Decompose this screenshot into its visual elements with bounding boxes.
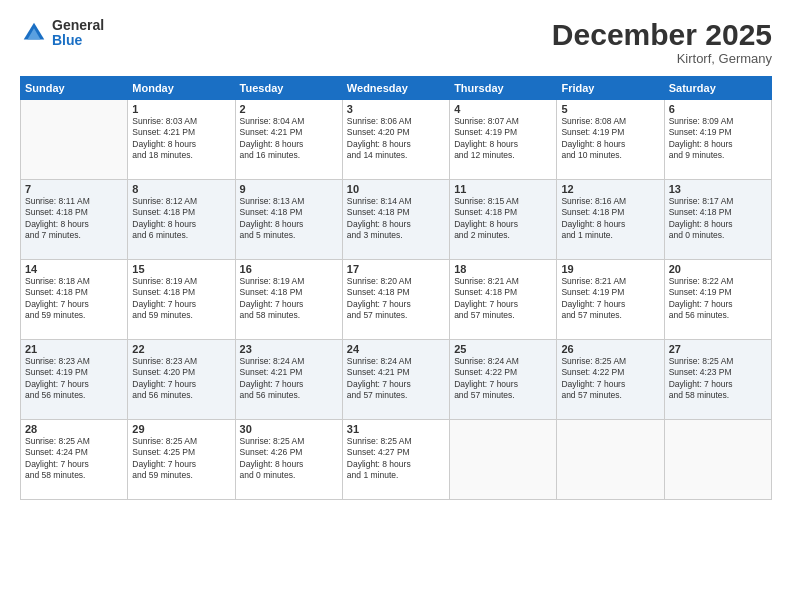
day-info: Sunrise: 8:25 AM Sunset: 4:27 PM Dayligh…	[347, 436, 445, 482]
day-info: Sunrise: 8:24 AM Sunset: 4:21 PM Dayligh…	[347, 356, 445, 402]
day-info: Sunrise: 8:03 AM Sunset: 4:21 PM Dayligh…	[132, 116, 230, 162]
day-number: 16	[240, 263, 338, 275]
table-row: 28Sunrise: 8:25 AM Sunset: 4:24 PM Dayli…	[21, 420, 128, 500]
table-row: 24Sunrise: 8:24 AM Sunset: 4:21 PM Dayli…	[342, 340, 449, 420]
table-row	[21, 100, 128, 180]
table-row: 12Sunrise: 8:16 AM Sunset: 4:18 PM Dayli…	[557, 180, 664, 260]
table-row: 21Sunrise: 8:23 AM Sunset: 4:19 PM Dayli…	[21, 340, 128, 420]
table-row: 3Sunrise: 8:06 AM Sunset: 4:20 PM Daylig…	[342, 100, 449, 180]
day-number: 15	[132, 263, 230, 275]
day-info: Sunrise: 8:12 AM Sunset: 4:18 PM Dayligh…	[132, 196, 230, 242]
table-row: 25Sunrise: 8:24 AM Sunset: 4:22 PM Dayli…	[450, 340, 557, 420]
table-row: 20Sunrise: 8:22 AM Sunset: 4:19 PM Dayli…	[664, 260, 771, 340]
day-number: 26	[561, 343, 659, 355]
day-number: 8	[132, 183, 230, 195]
header-wednesday: Wednesday	[342, 77, 449, 100]
calendar-header-row: Sunday Monday Tuesday Wednesday Thursday…	[21, 77, 772, 100]
day-info: Sunrise: 8:23 AM Sunset: 4:19 PM Dayligh…	[25, 356, 123, 402]
day-number: 29	[132, 423, 230, 435]
day-number: 25	[454, 343, 552, 355]
day-info: Sunrise: 8:24 AM Sunset: 4:21 PM Dayligh…	[240, 356, 338, 402]
day-info: Sunrise: 8:13 AM Sunset: 4:18 PM Dayligh…	[240, 196, 338, 242]
table-row: 27Sunrise: 8:25 AM Sunset: 4:23 PM Dayli…	[664, 340, 771, 420]
table-row: 2Sunrise: 8:04 AM Sunset: 4:21 PM Daylig…	[235, 100, 342, 180]
day-info: Sunrise: 8:07 AM Sunset: 4:19 PM Dayligh…	[454, 116, 552, 162]
day-number: 23	[240, 343, 338, 355]
day-number: 2	[240, 103, 338, 115]
day-number: 14	[25, 263, 123, 275]
table-row: 17Sunrise: 8:20 AM Sunset: 4:18 PM Dayli…	[342, 260, 449, 340]
day-info: Sunrise: 8:19 AM Sunset: 4:18 PM Dayligh…	[240, 276, 338, 322]
day-info: Sunrise: 8:18 AM Sunset: 4:18 PM Dayligh…	[25, 276, 123, 322]
table-row: 31Sunrise: 8:25 AM Sunset: 4:27 PM Dayli…	[342, 420, 449, 500]
header: General Blue December 2025 Kirtorf, Germ…	[20, 18, 772, 66]
day-info: Sunrise: 8:14 AM Sunset: 4:18 PM Dayligh…	[347, 196, 445, 242]
day-number: 7	[25, 183, 123, 195]
header-sunday: Sunday	[21, 77, 128, 100]
table-row: 18Sunrise: 8:21 AM Sunset: 4:18 PM Dayli…	[450, 260, 557, 340]
day-info: Sunrise: 8:25 AM Sunset: 4:23 PM Dayligh…	[669, 356, 767, 402]
day-number: 12	[561, 183, 659, 195]
table-row: 22Sunrise: 8:23 AM Sunset: 4:20 PM Dayli…	[128, 340, 235, 420]
table-row: 15Sunrise: 8:19 AM Sunset: 4:18 PM Dayli…	[128, 260, 235, 340]
day-info: Sunrise: 8:21 AM Sunset: 4:18 PM Dayligh…	[454, 276, 552, 322]
day-info: Sunrise: 8:11 AM Sunset: 4:18 PM Dayligh…	[25, 196, 123, 242]
day-info: Sunrise: 8:21 AM Sunset: 4:19 PM Dayligh…	[561, 276, 659, 322]
day-info: Sunrise: 8:25 AM Sunset: 4:25 PM Dayligh…	[132, 436, 230, 482]
table-row: 10Sunrise: 8:14 AM Sunset: 4:18 PM Dayli…	[342, 180, 449, 260]
calendar-week-row: 14Sunrise: 8:18 AM Sunset: 4:18 PM Dayli…	[21, 260, 772, 340]
day-info: Sunrise: 8:19 AM Sunset: 4:18 PM Dayligh…	[132, 276, 230, 322]
day-number: 13	[669, 183, 767, 195]
day-info: Sunrise: 8:22 AM Sunset: 4:19 PM Dayligh…	[669, 276, 767, 322]
logo: General Blue	[20, 18, 104, 49]
table-row: 8Sunrise: 8:12 AM Sunset: 4:18 PM Daylig…	[128, 180, 235, 260]
day-number: 17	[347, 263, 445, 275]
table-row: 13Sunrise: 8:17 AM Sunset: 4:18 PM Dayli…	[664, 180, 771, 260]
calendar-week-row: 1Sunrise: 8:03 AM Sunset: 4:21 PM Daylig…	[21, 100, 772, 180]
day-info: Sunrise: 8:08 AM Sunset: 4:19 PM Dayligh…	[561, 116, 659, 162]
title-block: December 2025 Kirtorf, Germany	[552, 18, 772, 66]
day-number: 30	[240, 423, 338, 435]
header-friday: Friday	[557, 77, 664, 100]
header-thursday: Thursday	[450, 77, 557, 100]
calendar-week-row: 7Sunrise: 8:11 AM Sunset: 4:18 PM Daylig…	[21, 180, 772, 260]
day-number: 3	[347, 103, 445, 115]
day-number: 28	[25, 423, 123, 435]
table-row: 1Sunrise: 8:03 AM Sunset: 4:21 PM Daylig…	[128, 100, 235, 180]
day-number: 22	[132, 343, 230, 355]
day-info: Sunrise: 8:20 AM Sunset: 4:18 PM Dayligh…	[347, 276, 445, 322]
logo-icon	[20, 19, 48, 47]
table-row: 7Sunrise: 8:11 AM Sunset: 4:18 PM Daylig…	[21, 180, 128, 260]
logo-text: General Blue	[52, 18, 104, 49]
day-number: 1	[132, 103, 230, 115]
day-number: 27	[669, 343, 767, 355]
table-row	[450, 420, 557, 500]
table-row	[664, 420, 771, 500]
day-number: 4	[454, 103, 552, 115]
day-info: Sunrise: 8:25 AM Sunset: 4:24 PM Dayligh…	[25, 436, 123, 482]
day-number: 24	[347, 343, 445, 355]
table-row: 29Sunrise: 8:25 AM Sunset: 4:25 PM Dayli…	[128, 420, 235, 500]
logo-general-text: General	[52, 18, 104, 33]
day-info: Sunrise: 8:04 AM Sunset: 4:21 PM Dayligh…	[240, 116, 338, 162]
calendar-table: Sunday Monday Tuesday Wednesday Thursday…	[20, 76, 772, 500]
page: General Blue December 2025 Kirtorf, Germ…	[0, 0, 792, 612]
header-monday: Monday	[128, 77, 235, 100]
day-info: Sunrise: 8:23 AM Sunset: 4:20 PM Dayligh…	[132, 356, 230, 402]
calendar-week-row: 28Sunrise: 8:25 AM Sunset: 4:24 PM Dayli…	[21, 420, 772, 500]
table-row: 23Sunrise: 8:24 AM Sunset: 4:21 PM Dayli…	[235, 340, 342, 420]
day-number: 31	[347, 423, 445, 435]
table-row: 5Sunrise: 8:08 AM Sunset: 4:19 PM Daylig…	[557, 100, 664, 180]
day-number: 5	[561, 103, 659, 115]
table-row: 26Sunrise: 8:25 AM Sunset: 4:22 PM Dayli…	[557, 340, 664, 420]
day-number: 21	[25, 343, 123, 355]
day-number: 20	[669, 263, 767, 275]
day-info: Sunrise: 8:24 AM Sunset: 4:22 PM Dayligh…	[454, 356, 552, 402]
day-info: Sunrise: 8:06 AM Sunset: 4:20 PM Dayligh…	[347, 116, 445, 162]
table-row	[557, 420, 664, 500]
day-number: 10	[347, 183, 445, 195]
day-number: 11	[454, 183, 552, 195]
table-row: 30Sunrise: 8:25 AM Sunset: 4:26 PM Dayli…	[235, 420, 342, 500]
logo-blue-text: Blue	[52, 33, 104, 48]
table-row: 14Sunrise: 8:18 AM Sunset: 4:18 PM Dayli…	[21, 260, 128, 340]
